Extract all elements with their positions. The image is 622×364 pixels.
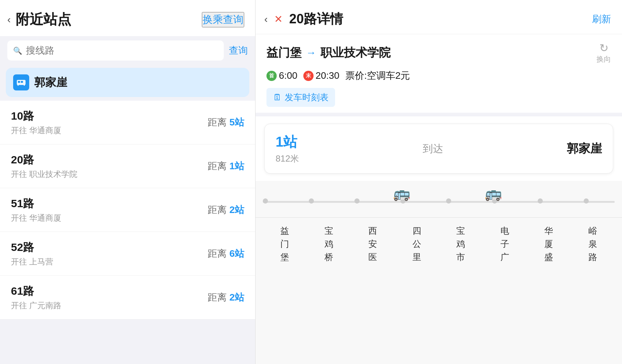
track-stop (446, 198, 451, 204)
route-number: 10路 (11, 109, 61, 124)
search-icon: 🔍 (13, 46, 22, 55)
bus-track-section: 🚌 🚌 益 门 堡 宝 鸡 桥 西 安 医 四 公 里 (256, 181, 622, 364)
route-direction: 益门堡 → 职业技术学院 ↻ 换向 (266, 42, 611, 64)
svg-rect-2 (21, 81, 23, 83)
route-dest: 开往 华通商厦 (11, 213, 61, 224)
search-bar-container: 🔍 查询 (0, 36, 255, 65)
track-line (263, 201, 615, 203)
route-dest: 开往 广元南路 (11, 300, 61, 311)
start-time-badge: 首 6:00 (266, 70, 297, 81)
route-distance: 距离 5站 (208, 116, 244, 129)
search-input-wrap: 🔍 (7, 40, 224, 61)
arrival-card: 1站 812米 到达 郭家崖 (264, 124, 613, 174)
refresh-button[interactable]: 刷新 (592, 13, 611, 26)
route-number: 52路 (11, 240, 53, 255)
stop-col: 宝 鸡 市 (439, 221, 483, 264)
route-number: 51路 (11, 196, 61, 211)
route-item[interactable]: 61路 开往 广元南路 距离 2站 (0, 276, 255, 320)
reverse-button[interactable]: ↻ 换向 (596, 42, 611, 64)
direction-text: 益门堡 → 职业技术学院 (266, 45, 391, 61)
route-item[interactable]: 51路 开往 华通商厦 距离 2站 (0, 188, 255, 232)
detail-close-button[interactable]: ✕ (274, 13, 283, 25)
arrival-mid: 到达 (423, 142, 443, 156)
schedule-label: 发车时刻表 (285, 92, 329, 103)
back-button[interactable]: ‹ (7, 14, 11, 26)
route-dest: 开往 上马营 (11, 256, 53, 267)
left-header: ‹ 附近站点 换乘查询 (0, 0, 255, 36)
detail-back-button[interactable]: ‹ (264, 13, 268, 25)
route-distance: 距离 2站 (208, 291, 244, 304)
route-number: 20路 (11, 152, 77, 167)
svg-rect-4 (24, 84, 25, 86)
transfer-query-button[interactable]: 换乘查询 (202, 12, 244, 27)
start-dot: 首 (266, 71, 277, 81)
left-header-left: ‹ 附近站点 (7, 10, 71, 29)
route-distance: 距离 1站 (208, 160, 244, 173)
search-input[interactable] (26, 45, 218, 56)
bus-icon: 🚌 (393, 185, 410, 201)
track-stop (584, 198, 589, 204)
schedule-icon: 🗓 (273, 92, 282, 102)
station-icon (13, 74, 29, 90)
route-dest: 开往 华通商厦 (11, 125, 61, 136)
left-panel: ‹ 附近站点 换乘查询 🔍 查询 郭家崖 10路 开往 华通商厦 (0, 0, 256, 364)
station-name: 郭家崖 (34, 75, 67, 90)
stop-col: 宝 鸡 桥 (307, 221, 351, 264)
reverse-icon: ↻ (599, 42, 608, 54)
price-text: 票价:空调车2元 (345, 69, 410, 82)
schedule-button[interactable]: 🗓 发车时刻表 (266, 88, 335, 107)
route-info-section: 益门堡 → 职业技术学院 ↻ 换向 首 6:00 末 20:30 票价:空调车2… (256, 34, 622, 113)
route-dest: 开往 职业技术学院 (11, 169, 77, 180)
arrival-info-left: 1站 812米 (276, 133, 299, 164)
track-stop (538, 198, 543, 204)
stop-col: 四 公 里 (395, 221, 439, 264)
route-distance: 距离 2站 (208, 204, 244, 216)
arrival-stations: 1站 (276, 133, 299, 151)
route-item[interactable]: 10路 开往 华通商厦 距离 5站 (0, 101, 255, 144)
stop-col: 西 安 医 (351, 221, 395, 264)
track-stop (354, 198, 360, 204)
arrival-station-name: 郭家崖 (567, 141, 602, 157)
direction-arrow-icon: → (306, 47, 316, 59)
route-item[interactable]: 20路 开往 职业技术学院 距离 1站 (0, 144, 255, 188)
from-station: 益门堡 (266, 45, 302, 61)
detail-title: 20路详情 (289, 10, 343, 28)
route-distance: 距离 6站 (208, 247, 244, 260)
station-card[interactable]: 郭家崖 (6, 68, 249, 97)
end-time-badge: 末 20:30 (303, 70, 339, 81)
route-item[interactable]: 52路 开往 上马营 距离 6站 (0, 232, 255, 276)
end-time: 20:30 (316, 70, 339, 81)
right-header: ‹ ✕ 20路详情 刷新 (256, 0, 622, 34)
arrival-meters: 812米 (276, 153, 299, 164)
right-header-left: ‹ ✕ 20路详情 (264, 10, 343, 28)
track-stop (263, 198, 268, 204)
right-panel: ‹ ✕ 20路详情 刷新 益门堡 → 职业技术学院 ↻ 换向 首 6:00 末 (256, 0, 622, 364)
svg-rect-3 (18, 84, 19, 86)
to-station: 职业技术学院 (320, 45, 391, 61)
reverse-label: 换向 (596, 54, 611, 64)
bus-icon: 🚌 (485, 185, 502, 201)
route-list: 10路 开往 华通商厦 距离 5站 20路 开往 职业技术学院 距离 1站 51… (0, 97, 255, 364)
track-stop (309, 198, 314, 204)
stop-col: 峪 泉 路 (571, 221, 615, 264)
stop-col: 华 厦 盛 (527, 221, 571, 264)
end-dot: 末 (303, 71, 314, 81)
stop-col: 益 门 堡 (263, 221, 307, 264)
start-time: 6:00 (279, 70, 297, 81)
time-price-row: 首 6:00 末 20:30 票价:空调车2元 (266, 69, 611, 82)
route-number: 61路 (11, 284, 61, 299)
stop-col: 电 子 广 (483, 221, 527, 264)
svg-rect-1 (18, 81, 20, 83)
stop-names-row: 益 门 堡 宝 鸡 桥 西 安 医 四 公 里 宝 鸡 市 (256, 217, 622, 264)
search-button[interactable]: 查询 (229, 44, 248, 57)
divider (256, 113, 622, 116)
page-title: 附近站点 (16, 10, 71, 29)
